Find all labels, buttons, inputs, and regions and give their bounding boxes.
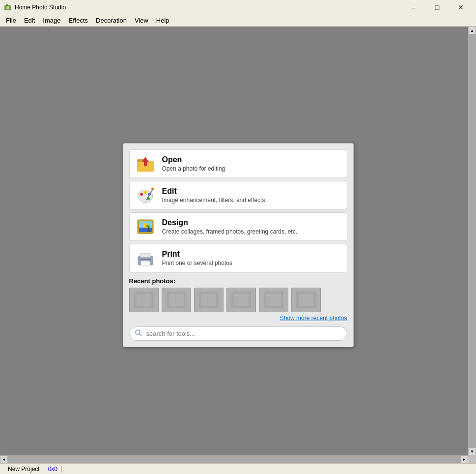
scrollbar-horizontal: ◄ ► [0,455,468,463]
recent-thumb-6[interactable] [291,288,321,312]
recent-thumb-2[interactable] [162,288,191,312]
edit-title: Edit [162,187,265,196]
action-edit[interactable]: Edit Image enhancement, filters, and eff… [129,181,347,209]
svg-rect-29 [201,294,216,306]
maximize-button[interactable]: □ [426,0,448,15]
show-more-anchor[interactable]: Show more recent photos [280,315,347,322]
menu-bar: File Edit Image Effects Decoration View … [0,15,476,27]
svg-rect-31 [234,294,249,306]
recent-thumb-3[interactable] [194,288,224,312]
design-text: Design Create collages, framed photos, g… [162,218,297,235]
svg-rect-35 [299,294,313,306]
scroll-up-button[interactable]: ▲ [468,27,476,34]
svg-point-18 [146,225,150,227]
print-desc: Print one or several photos [162,260,232,267]
close-button[interactable]: ✕ [449,0,472,15]
svg-rect-21 [141,261,150,266]
svg-rect-25 [137,294,151,306]
svg-point-1 [6,6,9,9]
scrollbar-vertical: ▲ ▼ [468,27,476,455]
recent-thumb-5[interactable] [259,288,288,312]
scroll-left-button[interactable]: ◄ [0,455,8,463]
svg-rect-27 [169,294,184,306]
scroll-h-track [8,455,460,463]
menu-effects[interactable]: Effects [65,16,92,25]
action-design[interactable]: Design Create collages, framed photos, g… [129,212,347,241]
scroll-right-button[interactable]: ► [460,455,468,463]
recent-thumbs [129,288,347,312]
title-bar: Home Photo Studio – □ ✕ [0,0,476,15]
recent-thumb-1[interactable] [129,288,159,312]
recent-section: Recent photos: [129,275,347,322]
svg-rect-33 [266,294,281,306]
recent-label: Recent photos: [129,277,347,285]
svg-rect-23 [140,259,151,260]
print-icon [136,248,155,268]
menu-edit[interactable]: Edit [20,16,39,25]
open-text: Open Open a photo for editing [162,155,225,172]
search-input[interactable] [146,330,342,337]
svg-point-7 [140,193,143,196]
design-desc: Create collages, framed photos, greeting… [162,228,297,235]
open-icon [136,154,155,174]
design-icon [136,217,155,237]
open-desc: Open a photo for editing [162,165,225,172]
svg-line-37 [140,334,141,336]
project-status: New Project [4,466,44,473]
svg-point-8 [144,191,147,194]
edit-desc: Image enhancement, filters, and effects [162,197,265,204]
menu-decoration[interactable]: Decoration [92,16,131,25]
svg-rect-20 [140,253,150,257]
menu-image[interactable]: Image [39,16,64,25]
main-area: Open Open a photo for editing [0,27,476,463]
status-bar: New Project 0x0 [0,463,476,474]
show-more-link[interactable]: Show more recent photos [129,314,347,322]
edit-text: Edit Image enhancement, filters, and eff… [162,187,265,204]
search-icon [135,329,142,338]
action-print[interactable]: Print Print one or several photos [129,244,347,272]
svg-rect-2 [6,4,8,6]
action-open[interactable]: Open Open a photo for editing [129,149,347,178]
window-controls: – □ ✕ [402,0,472,15]
search-bar [129,326,347,341]
coordinates-status: 0x0 [44,466,62,473]
scroll-down-button[interactable]: ▼ [468,447,476,455]
window-title: Home Photo Studio [15,4,402,11]
design-title: Design [162,218,297,227]
welcome-panel: Open Open a photo for editing [123,143,354,347]
edit-icon [136,185,155,205]
minimize-button[interactable]: – [402,0,425,15]
menu-help[interactable]: Help [152,16,173,25]
recent-thumb-4[interactable] [226,288,256,312]
svg-point-36 [136,330,140,334]
scrollbar-corner [468,455,476,463]
print-title: Print [162,250,232,259]
scroll-track [468,34,476,447]
open-title: Open [162,155,225,164]
menu-view[interactable]: View [131,16,152,25]
app-icon [4,3,12,11]
menu-file[interactable]: File [2,16,20,25]
print-text: Print Print one or several photos [162,250,232,267]
svg-rect-15 [139,228,152,232]
svg-rect-12 [151,187,154,190]
